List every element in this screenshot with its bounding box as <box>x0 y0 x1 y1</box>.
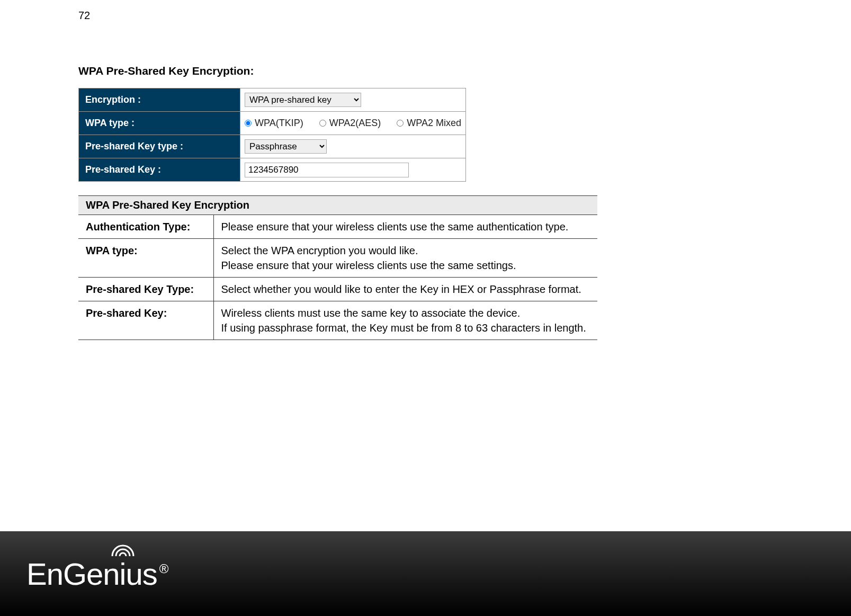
config-row-wpa-type: WPA type : WPA(TKIP) WPA2(AES) WPA2 Mixe… <box>79 112 466 135</box>
encryption-select[interactable]: WPA pre-shared key <box>245 93 361 107</box>
wpa-mixed-radio[interactable] <box>397 120 404 127</box>
logo-reg: ® <box>159 561 168 576</box>
config-row-psk: Pre-shared Key : <box>79 158 466 182</box>
wpa-mixed-label: WPA2 Mixed <box>407 118 461 129</box>
desc-text: Select the WPA encryption you would like… <box>213 239 597 278</box>
psk-type-value-cell: Passphrase <box>240 135 466 158</box>
encryption-label: Encryption : <box>79 88 240 112</box>
config-table: Encryption : WPA pre-shared key WPA type… <box>78 88 466 182</box>
wpa-aes-radio[interactable] <box>319 120 326 127</box>
wpa-tkip-label: WPA(TKIP) <box>255 118 303 129</box>
psk-type-label: Pre-shared Key type : <box>79 135 240 158</box>
logo-us: us <box>126 556 157 592</box>
description-table: WPA Pre-Shared Key Encryption Authentica… <box>78 195 597 340</box>
desc-name: Pre-shared Key: <box>78 301 213 340</box>
config-row-psk-type: Pre-shared Key type : Passphrase <box>79 135 466 158</box>
desc-header: WPA Pre-Shared Key Encryption <box>78 196 597 215</box>
wpa-aes-label: WPA2(AES) <box>329 118 381 129</box>
desc-row: Pre-shared Key: Wireless clients must us… <box>78 301 597 340</box>
desc-header-row: WPA Pre-Shared Key Encryption <box>78 196 597 215</box>
encryption-value-cell: WPA pre-shared key <box>240 88 466 112</box>
wpa-tkip-radio[interactable] <box>245 120 252 127</box>
section-title: WPA Pre-Shared Key Encryption: <box>78 65 597 77</box>
wifi-arc-icon <box>110 541 136 557</box>
psk-type-select[interactable]: Passphrase <box>245 139 327 154</box>
page-content: WPA Pre-Shared Key Encryption: Encryptio… <box>78 65 597 340</box>
wpa-type-label: WPA type : <box>79 112 240 135</box>
desc-text: Wireless clients must use the same key t… <box>213 301 597 340</box>
page-footer: EnGen ius® <box>0 531 851 616</box>
psk-label: Pre-shared Key : <box>79 158 240 182</box>
desc-row: WPA type: Select the WPA encryption you … <box>78 239 597 278</box>
logo-i-wifi: i <box>120 556 126 592</box>
desc-name: Pre-shared Key Type: <box>78 278 213 301</box>
desc-name: Authentication Type: <box>78 215 213 239</box>
desc-row: Pre-shared Key Type: Select whether you … <box>78 278 597 301</box>
desc-row: Authentication Type: Please ensure that … <box>78 215 597 239</box>
psk-input[interactable] <box>245 163 409 177</box>
desc-text: Please ensure that your wireless clients… <box>213 215 597 239</box>
wpa-type-option-aes[interactable]: WPA2(AES) <box>319 118 381 129</box>
logo-en: EnGen <box>26 556 120 592</box>
desc-text: Select whether you would like to enter t… <box>213 278 597 301</box>
page-number: 72 <box>78 10 90 22</box>
wpa-type-radio-group: WPA(TKIP) WPA2(AES) WPA2 Mixed <box>245 118 461 129</box>
config-row-encryption: Encryption : WPA pre-shared key <box>79 88 466 112</box>
desc-name: WPA type: <box>78 239 213 278</box>
wpa-type-option-tkip[interactable]: WPA(TKIP) <box>245 118 303 129</box>
brand-logo: EnGen ius® <box>26 556 168 592</box>
psk-value-cell <box>240 158 466 182</box>
wpa-type-value-cell: WPA(TKIP) WPA2(AES) WPA2 Mixed <box>240 112 466 135</box>
wpa-type-option-mixed[interactable]: WPA2 Mixed <box>397 118 461 129</box>
